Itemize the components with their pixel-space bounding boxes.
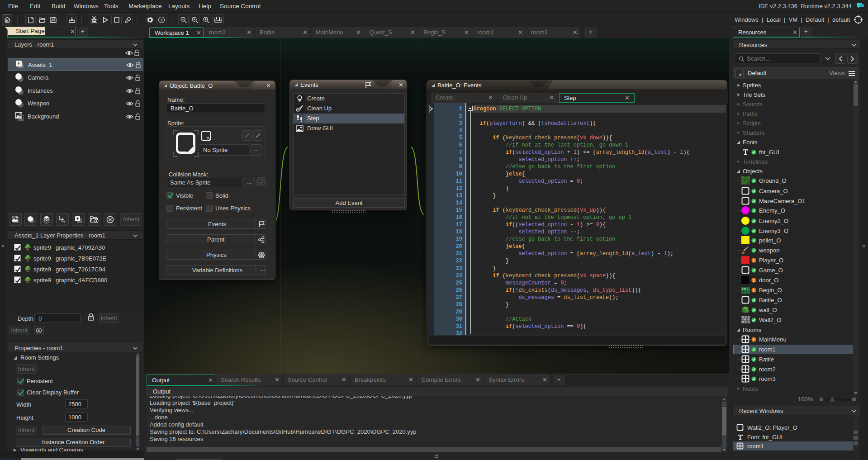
svg-text:+: + bbox=[76, 216, 79, 221]
svg-text:?: ? bbox=[160, 18, 162, 23]
